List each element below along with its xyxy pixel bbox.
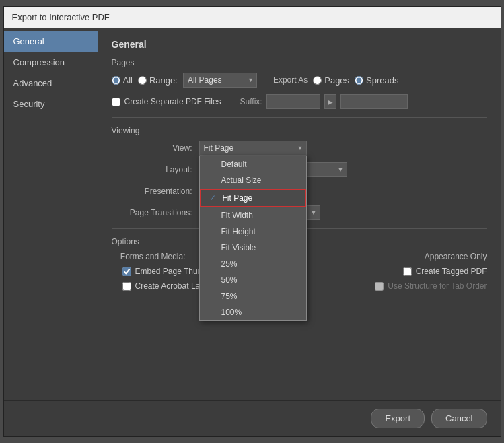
title-text: Export to Interactive PDF xyxy=(12,12,110,22)
pages-export-radio[interactable] xyxy=(313,76,322,85)
sidebar-item-advanced[interactable]: Advanced xyxy=(4,73,98,94)
sidebar-item-security[interactable]: Security xyxy=(4,94,98,114)
separate-pdf-label[interactable]: Create Separate PDF Files xyxy=(112,97,221,106)
sidebar: General Compression Advanced Security xyxy=(4,28,98,400)
dropdown-fit-height[interactable]: Fit Height xyxy=(200,224,306,240)
footer: Export Cancel xyxy=(4,400,501,436)
check-fitpage: ✓ xyxy=(209,193,219,203)
sidebar-item-general[interactable]: General xyxy=(4,31,98,52)
dropdown-fit-visible[interactable]: Fit Visible xyxy=(200,240,306,256)
sidebar-item-compression[interactable]: Compression xyxy=(4,52,98,73)
divider1 xyxy=(112,117,487,118)
dropdown-actual-size[interactable]: Actual Size xyxy=(200,172,306,189)
use-structure-checkbox xyxy=(375,282,384,291)
separate-pdf-checkbox[interactable] xyxy=(112,98,120,106)
create-tagged-checkbox[interactable] xyxy=(403,267,412,276)
dropdown-100[interactable]: 100% xyxy=(200,304,306,320)
create-tagged-label[interactable]: Create Tagged PDF xyxy=(403,267,487,276)
view-row: View: Fit Page Default xyxy=(112,141,487,156)
dropdown-default[interactable]: Default xyxy=(200,156,306,172)
view-select[interactable]: Fit Page xyxy=(199,141,307,156)
pages-radio-label[interactable]: Pages xyxy=(313,75,349,86)
suffix-arrow-btn[interactable]: ▶ xyxy=(324,94,336,109)
range-radio[interactable] xyxy=(138,76,147,85)
spreads-export-radio[interactable] xyxy=(355,76,363,85)
dialog-body: General Compression Advanced Security Ge… xyxy=(4,28,501,400)
pages-label: Pages xyxy=(112,58,487,67)
spreads-radio-label[interactable]: Spreads xyxy=(355,75,398,86)
range-select-wrapper: All Pages Custom xyxy=(183,73,257,88)
create-acrobat-checkbox[interactable] xyxy=(122,282,131,291)
embed-thumbnails-checkbox[interactable] xyxy=(122,267,131,276)
export-button[interactable]: Export xyxy=(371,409,425,428)
view-dropdown-menu: Default Actual Size ✓ Fit Page Fit xyxy=(199,156,307,321)
use-structure-label: Use Structure for Tab Order xyxy=(375,281,487,291)
all-radio-label[interactable]: All xyxy=(112,75,133,86)
dropdown-fit-width[interactable]: Fit Width xyxy=(200,207,306,224)
forms-media-left: Forms and Media: xyxy=(112,252,192,261)
cancel-button[interactable]: Cancel xyxy=(431,409,487,428)
export-as-group: Export As Pages Spreads xyxy=(273,75,399,86)
suffix-extra xyxy=(340,94,408,109)
forms-media-right: Appearance Only xyxy=(425,252,487,261)
suffix-area: Suffix: ▶ xyxy=(240,94,408,109)
dropdown-25[interactable]: 25% xyxy=(200,256,306,272)
viewing-label: Viewing xyxy=(112,126,487,135)
title-bar: Export to Interactive PDF xyxy=(4,7,501,28)
pages-row: All Range: All Pages Custom Export As xyxy=(112,73,487,88)
main-content: General Pages All Range: All Pages Custo… xyxy=(98,28,501,400)
separate-pdf-row: Create Separate PDF Files Suffix: ▶ xyxy=(112,94,487,109)
range-radio-label[interactable]: Range: xyxy=(138,75,178,86)
all-radio[interactable] xyxy=(112,76,120,85)
view-select-wrapper: Fit Page xyxy=(199,141,307,156)
dropdown-50[interactable]: 50% xyxy=(200,272,306,288)
range-select[interactable]: All Pages Custom xyxy=(183,73,257,88)
section-title: General xyxy=(112,39,487,50)
dialog: Export to Interactive PDF General Compre… xyxy=(3,6,501,437)
suffix-input[interactable] xyxy=(266,94,320,109)
dropdown-75[interactable]: 75% xyxy=(200,288,306,304)
view-dropdown-container: Fit Page Default Actual Size xyxy=(199,141,307,156)
dropdown-fit-page[interactable]: ✓ Fit Page xyxy=(200,189,306,207)
